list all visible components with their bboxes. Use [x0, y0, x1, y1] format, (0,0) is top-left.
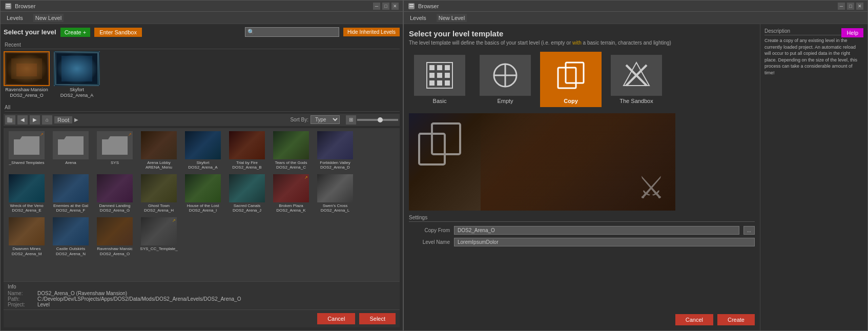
file-grid: ↗ _Shared Templates Arena: [4, 128, 400, 281]
ravenshaw-preview: [6, 53, 47, 84]
file-sys-template[interactable]: ↗ SYS_CC_Template_: [138, 216, 180, 257]
template-subtitle: The level template will define the basic…: [409, 40, 755, 46]
right-title-bar: Browser ─ □ ✕: [404, 1, 867, 12]
file-house[interactable]: House of the LostDOS2_Arena_I: [182, 173, 224, 214]
cancel-button-right[interactable]: Cancel: [675, 314, 713, 325]
house-icon: [185, 174, 221, 202]
minimize-btn-left[interactable]: ─: [373, 3, 380, 10]
menu-new-level-left[interactable]: New Level: [33, 14, 64, 22]
file-sys[interactable]: ↗ SYS: [94, 130, 136, 171]
recent-label-0: Ravenshaw MansionDOS2_Arena_O: [5, 87, 48, 98]
svg-rect-19: [437, 73, 442, 78]
project-label: Project:: [8, 302, 33, 307]
basic-label: Basic: [433, 98, 447, 104]
recent-thumb-1: [54, 51, 100, 86]
file-arena-lobby[interactable]: Arena LobbyARENA_Menu: [138, 130, 180, 171]
svg-text:+: +: [13, 119, 13, 122]
cancel-button-left[interactable]: Cancel: [317, 313, 355, 324]
info-name-row: Name: DOS2_Arena_O (Ravenshaw Mansion): [8, 291, 396, 296]
close-btn-right[interactable]: ✕: [856, 3, 863, 10]
recent-item-1[interactable]: SkyfortDOS2_Arena_A: [54, 51, 100, 98]
castle-icon: [53, 217, 89, 245]
info-path-row: Path: C:/Develop/Dev/LSProjects/Apps/DOS…: [8, 296, 396, 302]
enter-sandbox-button[interactable]: Enter Sandbox: [94, 28, 142, 37]
grid-view-btn[interactable]: ⊞: [346, 115, 356, 125]
file-ravenshaw2[interactable]: Ravenshaw MansicDOS2_Arena_O: [94, 216, 136, 257]
copy-label: Copy: [564, 98, 578, 104]
name-label: Name:: [8, 291, 33, 296]
maximize-btn-right[interactable]: □: [847, 3, 854, 10]
template-card-copy[interactable]: Copy: [540, 52, 602, 107]
file-sacred[interactable]: Sacred CanalsDOS2_Arena_J: [226, 173, 268, 214]
file-dwarven[interactable]: Dwarven MinesDOS2_Arena_M: [6, 216, 48, 257]
ext-icon-sys: ↗: [128, 132, 132, 137]
info-panel: Info Name: DOS2_Arena_O (Ravenshaw Mansi…: [4, 281, 400, 309]
forward-btn[interactable]: ▶: [30, 115, 40, 125]
close-btn-left[interactable]: ✕: [391, 3, 399, 10]
file-skyfort-a[interactable]: SkyfortDOS2_Arena_A: [182, 130, 224, 171]
left-bottom-bar: Cancel Select: [4, 309, 400, 327]
menu-levels-left[interactable]: Levels: [5, 14, 25, 22]
basic-template-icon: [424, 60, 455, 91]
template-card-sandbox[interactable]: The Sandbox: [606, 52, 667, 107]
file-forbidden[interactable]: Forbidden ValleyDOS2_Arena_D: [314, 130, 356, 171]
file-enemies[interactable]: Enemies at the GalDOS2_Arena_F: [50, 173, 92, 214]
template-card-basic[interactable]: Basic: [409, 52, 470, 107]
empty-label: Empty: [497, 98, 513, 104]
path-label: Path:: [8, 296, 33, 302]
select-button[interactable]: Select: [359, 313, 396, 324]
file-label-arena-lobby: Arena LobbyARENA_Menu: [146, 160, 172, 170]
file-label-tears: Tears of the GodsDOS2_Arena_C: [275, 160, 307, 170]
maximize-btn-left[interactable]: □: [382, 3, 389, 10]
sort-select[interactable]: Type Name Date: [311, 115, 340, 124]
search-input[interactable]: [257, 28, 339, 36]
file-wreck[interactable]: Wreck of the VenoDOS2_Arena_E: [6, 173, 48, 214]
right-content: Help Select your level template The leve…: [404, 24, 867, 330]
menu-levels-right[interactable]: Levels: [408, 14, 428, 22]
sys-folder-icon: ↗: [97, 131, 133, 159]
file-shared-templates[interactable]: ↗ _Shared Templates: [6, 130, 48, 171]
copy-from-browse-btn[interactable]: ...: [743, 226, 755, 235]
right-main-col: Select your level template The level tem…: [404, 24, 760, 330]
file-castle[interactable]: Castle OutskirtsDOS2_Arena_N: [50, 216, 92, 257]
copy-from-input[interactable]: [454, 226, 739, 235]
hide-inherited-button[interactable]: Hide Inherited Levels: [343, 28, 400, 36]
create-button[interactable]: Create +: [60, 28, 91, 37]
file-label-wreck: Wreck of the VenoDOS2_Arena_E: [10, 203, 43, 213]
left-panel-content: Select your level Create + Enter Sandbox…: [1, 24, 403, 330]
copy-from-label: Copy From: [409, 227, 450, 233]
file-label-forbidden: Forbidden ValleyDOS2_Arena_D: [320, 160, 350, 170]
view-controls: ⊞: [346, 115, 398, 125]
level-name-input[interactable]: [454, 238, 755, 246]
tears-icon: [273, 131, 309, 159]
path-arrow: ▶: [74, 117, 78, 122]
browser-icon-right: [408, 3, 415, 10]
file-label-trial: Trial by FireDOS2_Arena_B: [232, 160, 261, 170]
file-ghost[interactable]: Ghost TownDOS2_Arena_H: [138, 173, 180, 214]
home-btn[interactable]: ⌂: [42, 115, 52, 125]
file-trial[interactable]: Trial by FireDOS2_Arena_B: [226, 130, 268, 171]
settings-area: Settings Copy From ... Level Name: [409, 215, 755, 250]
zoom-slider-thumb[interactable]: [378, 117, 383, 122]
template-card-empty[interactable]: Empty: [474, 52, 536, 107]
back-btn[interactable]: ◀: [17, 115, 28, 125]
template-title: Select your level template: [409, 29, 755, 38]
recent-row: Ravenshaw MansionDOS2_Arena_O: [4, 51, 400, 98]
create-button-right[interactable]: Create: [717, 314, 755, 325]
skyfort-a-icon: [185, 131, 221, 159]
file-tears[interactable]: Tears of the GodsDOS2_Arena_C: [270, 130, 312, 171]
file-broken[interactable]: ↗ Broken PlazaDOS2_Arena_K: [270, 173, 312, 214]
file-damned[interactable]: Damned LandingDOS2_Arena_G: [94, 173, 136, 214]
menu-new-level-right[interactable]: New Level: [437, 14, 467, 22]
help-button[interactable]: Help: [841, 28, 863, 37]
file-label-enemies: Enemies at the GalDOS2_Arena_F: [53, 203, 88, 213]
file-swens[interactable]: Swen's CrossDOS2_Arena_L: [314, 173, 356, 214]
right-window-title: Browser: [418, 3, 838, 9]
copy-icon-box: [545, 55, 596, 96]
recent-item-0[interactable]: Ravenshaw MansionDOS2_Arena_O: [4, 51, 50, 98]
forbidden-icon: [317, 131, 353, 159]
new-folder-btn[interactable]: +: [5, 115, 15, 125]
minimize-btn-right[interactable]: ─: [838, 3, 845, 10]
recent-label-1: SkyfortDOS2_Arena_A: [60, 87, 94, 98]
file-arena[interactable]: Arena: [50, 130, 92, 171]
